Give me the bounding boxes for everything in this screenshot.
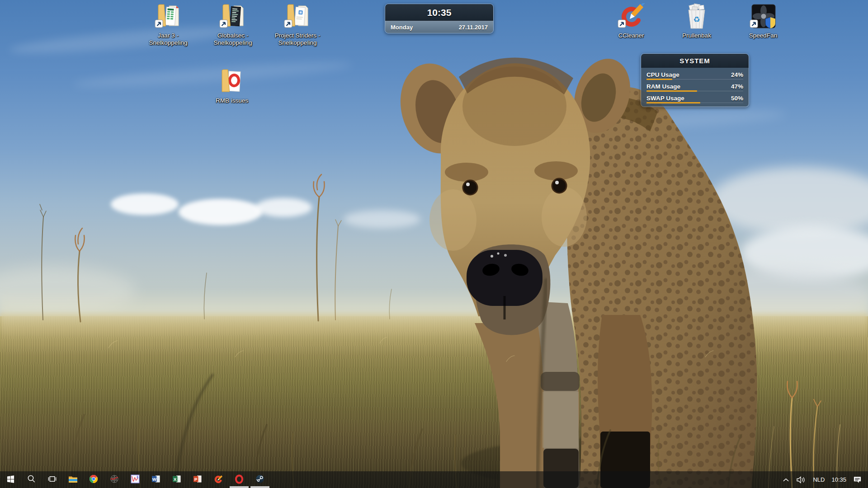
volume-button[interactable] (796, 476, 806, 483)
windows-logo-icon (6, 475, 15, 485)
system-row-label: CPU Usage (646, 71, 679, 78)
system-row-label: RAM Usage (646, 83, 680, 90)
ccleaner-button[interactable] (208, 471, 229, 488)
net-graph-button[interactable] (104, 471, 125, 488)
search-icon (27, 474, 36, 485)
system-widget-title: SYSTEM (641, 54, 749, 68)
clock-widget[interactable]: 10:35 Monday 27.11.2017 (385, 4, 494, 33)
speedfan-icon (747, 3, 779, 31)
desktop-icon-prullenbak[interactable]: ♻ Prullenbak (667, 3, 726, 39)
chrome-icon (89, 474, 98, 485)
svg-text:P: P (194, 477, 198, 482)
powerpoint-button[interactable]: P (187, 471, 208, 488)
word-button[interactable]: W (146, 471, 166, 488)
excel-button[interactable]: X (166, 471, 187, 488)
steam-button[interactable] (250, 471, 270, 488)
recycle-bin-icon: ♻ (680, 3, 713, 31)
folder-shortcut-icon (152, 3, 184, 31)
perf-graph-button[interactable]: 1 (125, 471, 146, 488)
tray-clock[interactable]: 10:35 (831, 476, 846, 483)
desktop[interactable]: Jaar 3 - Snelkoppeling Globalsec - Snelk… (0, 0, 868, 488)
desktop-icon-label: RMB issues (216, 97, 248, 104)
svg-text:X: X (174, 477, 177, 482)
chevron-up-icon (783, 478, 789, 482)
desktop-icon-jaar3[interactable]: Jaar 3 - Snelkoppeling (138, 3, 198, 47)
hyena-wallpaper-subject (384, 43, 791, 488)
desktop-icon-label: CCleaner (618, 32, 644, 39)
desktop-icon-speedfan[interactable]: SpeedFan (733, 3, 793, 39)
usage-bar (646, 102, 700, 103)
system-row-cpu: CPU Usage 24% (641, 69, 749, 80)
opera-icon (235, 474, 244, 485)
system-row-label: SWAP Usage (646, 95, 684, 102)
usage-bar (646, 79, 672, 80)
action-center-icon (853, 475, 862, 484)
ccleaner-icon (615, 3, 647, 31)
clock-day: Monday (391, 24, 413, 31)
system-row-value: 47% (731, 83, 743, 90)
task-view-button[interactable] (42, 471, 62, 488)
start-button[interactable] (0, 471, 21, 488)
desktop-icon-globalsec[interactable]: Globalsec - Snelkoppeling (203, 3, 263, 47)
chrome-button[interactable] (83, 471, 104, 488)
system-row-swap: SWAP Usage 50% (641, 92, 749, 104)
svg-text:1: 1 (137, 475, 138, 479)
file-explorer-icon (68, 475, 78, 485)
ccleaner-icon (214, 474, 223, 485)
desktop-icon-project-striders[interactable]: Project Striders - Snelkoppeling (268, 3, 327, 47)
svg-text:♻: ♻ (693, 15, 700, 24)
desktop-icon-label: SpeedFan (749, 32, 777, 39)
system-row-value: 24% (731, 71, 743, 78)
task-view-icon (47, 475, 57, 484)
desktop-icon-ccleaner[interactable]: CCleaner (601, 3, 661, 39)
powerpoint-icon: P (193, 474, 202, 485)
steam-icon (255, 474, 264, 485)
desktop-icon-rmb-issues[interactable]: RMB issues (202, 68, 262, 104)
system-row-value: 50% (731, 95, 743, 102)
file-explorer-button[interactable] (62, 471, 83, 488)
action-center-button[interactable] (853, 475, 862, 484)
tray-chevron-button[interactable] (783, 478, 789, 482)
usage-bar (646, 90, 697, 92)
folder-shortcut-icon (281, 3, 314, 31)
language-indicator[interactable]: NLD (813, 476, 825, 483)
folder-shortcut-icon (217, 3, 249, 31)
clock-date: 27.11.2017 (459, 24, 488, 31)
opera-button[interactable] (229, 471, 250, 488)
perf-graph-icon: 1 (131, 474, 140, 485)
excel-icon: X (172, 474, 181, 485)
net-graph-icon (110, 474, 119, 485)
desktop-icon-label: Project Striders - Snelkoppeling (269, 32, 326, 47)
svg-text:W: W (152, 477, 156, 482)
desktop-icon-label: Prullenbak (682, 32, 711, 39)
desktop-icon-label: Jaar 3 - Snelkoppeling (139, 32, 197, 47)
system-tray: NLD 10:35 (776, 475, 868, 484)
system-monitor-widget[interactable]: SYSTEM CPU Usage 24% RAM Usage 47% SWAP … (641, 53, 749, 107)
desktop-icon-label: Globalsec - Snelkoppeling (204, 32, 262, 47)
system-row-ram: RAM Usage 47% (641, 80, 749, 92)
taskbar: 1 W X (0, 471, 868, 488)
clock-time: 10:35 (385, 4, 493, 21)
word-icon: W (151, 474, 160, 485)
search-button[interactable] (21, 471, 42, 488)
folder-icon-opera (216, 68, 248, 96)
speaker-icon (796, 476, 806, 483)
